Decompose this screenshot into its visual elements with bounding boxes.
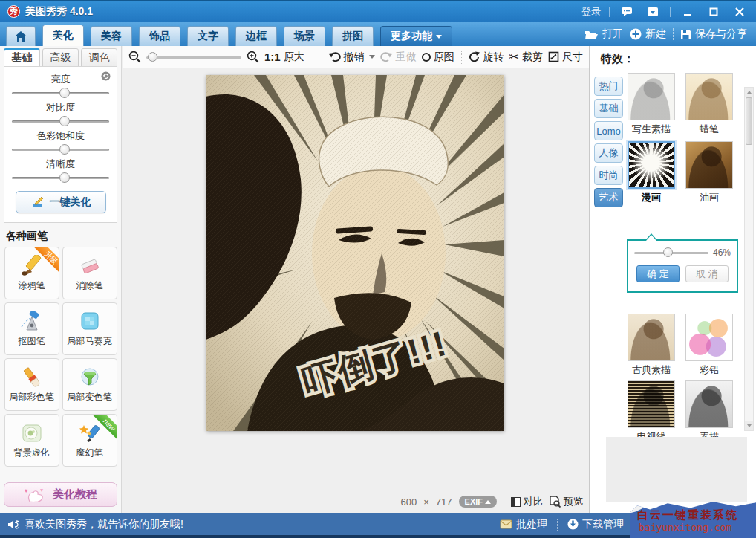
- actual-size-button[interactable]: 1:1 原大: [264, 51, 304, 64]
- scroll-down-button[interactable]: [745, 421, 753, 430]
- message-icon[interactable]: [618, 5, 636, 19]
- save-share-button[interactable]: 保存与分享: [680, 27, 747, 41]
- resize-button[interactable]: 尺寸: [548, 51, 583, 64]
- cutout-pen-button[interactable]: 抠图笔: [4, 302, 59, 355]
- effect-thumbnail[interactable]: [628, 73, 675, 120]
- strength-slider-handle[interactable]: [663, 247, 673, 257]
- effect-label: 古典素描: [627, 363, 676, 377]
- effect-sketch-live[interactable]: 写生素描: [627, 73, 676, 136]
- tab-advanced[interactable]: 高级: [42, 48, 79, 67]
- clarity-slider[interactable]: [12, 172, 109, 184]
- effect-classic-sketch[interactable]: 古典素描: [627, 314, 676, 377]
- category-fashion[interactable]: 时尚: [594, 166, 623, 185]
- tab-collage[interactable]: 拼图: [332, 26, 374, 46]
- tab-retouch[interactable]: 美容: [91, 26, 132, 46]
- preview-button[interactable]: 预览: [550, 495, 583, 508]
- view-original-button[interactable]: 原图: [422, 51, 454, 64]
- effect-tv-lines[interactable]: 电视线: [627, 380, 676, 444]
- effects-scrollbar[interactable]: [744, 87, 754, 431]
- color-brush-button[interactable]: 局部彩色笔: [4, 358, 59, 411]
- rotate-button[interactable]: 旋转: [469, 51, 504, 64]
- compare-button[interactable]: 对比: [511, 495, 543, 508]
- home-tab[interactable]: [6, 26, 36, 46]
- download-manager-button[interactable]: 下载管理: [567, 518, 624, 531]
- tab-more-features[interactable]: 更多功能: [380, 26, 452, 46]
- category-basic[interactable]: 基础: [594, 99, 623, 118]
- mosaic-button[interactable]: 局部马赛克: [62, 302, 117, 355]
- zoom-in-icon[interactable]: [247, 51, 259, 63]
- close-button[interactable]: [731, 5, 749, 19]
- category-art[interactable]: 艺术: [594, 188, 623, 207]
- compare-icon: [511, 497, 521, 507]
- edited-photo[interactable]: 吓倒了!!!: [206, 75, 504, 431]
- strength-slider[interactable]: [634, 247, 708, 258]
- slider-handle[interactable]: [59, 88, 70, 98]
- crop-button[interactable]: ✂ 裁剪: [509, 50, 543, 64]
- scrollbar-thumb[interactable]: [746, 97, 752, 145]
- beautify-tutorial-button[interactable]: ♥♥ 美化教程: [4, 482, 117, 507]
- effect-oil-painting[interactable]: 油画: [685, 141, 734, 204]
- contrast-slider[interactable]: [12, 115, 109, 127]
- background-blur-button[interactable]: 背景虚化: [4, 414, 59, 467]
- category-hot[interactable]: 热门: [594, 77, 623, 96]
- caret-up-icon: [485, 500, 491, 504]
- new-button[interactable]: 新建: [630, 27, 666, 41]
- effect-thumbnail[interactable]: [685, 141, 733, 189]
- saturation-slider[interactable]: [12, 143, 109, 155]
- maximize-button[interactable]: [705, 5, 723, 19]
- recolor-pen-button[interactable]: 局部变色笔: [62, 358, 117, 411]
- slider-handle[interactable]: [59, 116, 70, 126]
- main-nav: 美化 美容 饰品 文字 边框 场景 拼图 更多功能 打开 新建 保存与分享: [0, 22, 756, 46]
- eraser-pen-button[interactable]: 消除笔: [62, 247, 117, 299]
- brightness-slider[interactable]: [12, 87, 109, 99]
- batch-process-button[interactable]: 批处理: [500, 518, 547, 531]
- panel-icon[interactable]: [644, 5, 662, 19]
- redo-icon: [380, 51, 393, 62]
- effect-crayon[interactable]: 蜡笔: [685, 73, 734, 136]
- exif-button[interactable]: EXIF: [459, 496, 497, 508]
- new-label: 新建: [645, 27, 666, 41]
- login-link[interactable]: 登录: [581, 5, 601, 19]
- zoom-out-icon[interactable]: [128, 51, 141, 63]
- effect-thumbnail[interactable]: [685, 380, 733, 428]
- magic-pen-button[interactable]: new 魔幻笔: [62, 414, 117, 467]
- effect-color-pencil[interactable]: 彩铅: [685, 314, 734, 377]
- tab-text[interactable]: 文字: [187, 26, 229, 46]
- category-lomo[interactable]: Lomo: [594, 121, 623, 140]
- open-label: 打开: [602, 27, 623, 41]
- triangle-up-icon: [747, 91, 752, 94]
- effect-thumbnail[interactable]: [628, 141, 675, 189]
- slider-handle[interactable]: [59, 144, 70, 155]
- toolbar-separator: [461, 51, 462, 64]
- confirm-button[interactable]: 确 定: [636, 265, 680, 282]
- tab-decorate[interactable]: 饰品: [139, 26, 180, 46]
- effect-label: 油画: [685, 191, 734, 204]
- effect-sketch[interactable]: 素描: [685, 380, 734, 444]
- effect-thumbnail[interactable]: [628, 380, 675, 428]
- open-button[interactable]: 打开: [584, 27, 623, 41]
- cancel-button[interactable]: 取 消: [685, 265, 729, 282]
- tab-color[interactable]: 调色: [81, 48, 117, 67]
- titlebar-separator: [670, 7, 671, 17]
- zoom-slider-handle[interactable]: [148, 52, 157, 62]
- minimize-button[interactable]: [679, 5, 697, 19]
- undo-button[interactable]: 撤销: [328, 51, 375, 64]
- tab-basic[interactable]: 基础: [4, 48, 40, 67]
- reset-icon[interactable]: [101, 71, 111, 81]
- slider-handle[interactable]: [59, 172, 70, 183]
- tab-beautify[interactable]: 美化: [42, 25, 84, 46]
- effect-thumbnail[interactable]: [628, 314, 675, 361]
- effect-thumbnail[interactable]: [685, 73, 733, 120]
- effect-comic-selected[interactable]: 漫画: [627, 141, 676, 204]
- tab-frame[interactable]: 边框: [235, 26, 277, 46]
- one-click-beautify-button[interactable]: 一键美化: [16, 191, 106, 213]
- tab-scene[interactable]: 场景: [284, 26, 325, 46]
- redo-button[interactable]: 重做: [380, 51, 417, 64]
- category-portrait[interactable]: 人像: [594, 143, 623, 163]
- saturation-label: 色彩饱和度: [10, 129, 111, 143]
- undo-history-chevron-icon[interactable]: [369, 55, 375, 59]
- scroll-up-button[interactable]: [745, 88, 753, 97]
- effect-thumbnail[interactable]: [685, 314, 733, 361]
- doodle-pen-button[interactable]: 升级 涂鸦笔: [4, 247, 59, 299]
- zoom-slider[interactable]: [146, 52, 241, 62]
